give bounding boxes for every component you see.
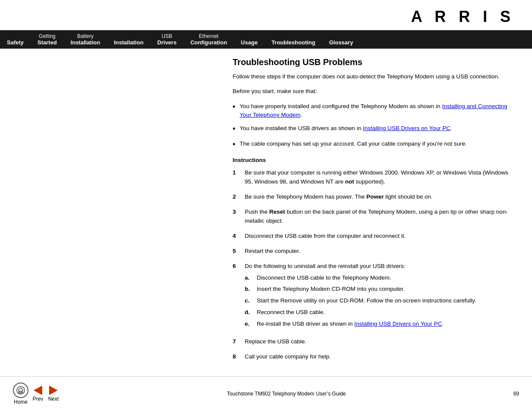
step-7: 7 Replace the USB cable. [233, 337, 515, 346]
nav-usage[interactable]: Usage [234, 31, 264, 48]
sub-step-6a: a. Disconnect the USB cable to the Telep… [245, 274, 476, 283]
bullet-3-text: The cable company has set up your accoun… [240, 140, 467, 149]
next-arrow-icon [49, 386, 58, 395]
home-label: Home [14, 399, 28, 405]
step-2: 2 Be sure the Telephony Modem has power.… [233, 193, 515, 202]
next-group: Next [47, 386, 59, 402]
bullet-list: You have properly installed and configur… [233, 102, 515, 151]
step-2-text: Be sure the Telephony Modem has power. T… [245, 193, 432, 202]
bullet-1-text-before: You have properly installed and configur… [240, 103, 442, 109]
sub-6a-label: a. [245, 274, 257, 283]
sub-6d-label: d. [245, 308, 257, 317]
next-label: Next [48, 396, 59, 402]
home-icon[interactable] [13, 383, 28, 398]
footer: Home Prev Next Touchstone TM602 Telephon… [0, 376, 532, 411]
sub-6c-text: Start the Remove utility on your CD-ROM.… [257, 296, 476, 305]
sub-6e-label: e. [245, 320, 257, 329]
prev-label: Prev [33, 396, 44, 402]
nav-ethernet-config[interactable]: Ethernet Configuration [184, 31, 234, 48]
sub-6b-text: Insert the Telephony Modem CD-ROM into y… [257, 285, 404, 294]
footer-center-text: Touchstone TM602 Telephony Modem User’s … [59, 391, 513, 397]
sub-step-6b: b. Insert the Telephony Modem CD-ROM int… [245, 285, 476, 294]
nav-getting-started[interactable]: Getting Started [31, 31, 64, 48]
instructions-label: Instructions [233, 157, 515, 163]
sub-6a-text: Disconnect the USB cable to the Telephon… [257, 274, 391, 283]
step-3: 3 Push the Reset button on the back pane… [233, 208, 515, 226]
step-6-num: 6 [233, 262, 245, 271]
sub-6b-label: b. [245, 285, 257, 294]
step-5-text: Restart the computer. [245, 247, 300, 256]
step-6-text: Do the following to uninstall and the re… [245, 262, 476, 332]
sub-6d-text: Reconnect the USB cable. [257, 308, 325, 317]
sub-step-6d: d. Reconnect the USB cable. [245, 308, 476, 317]
sub-step-6e: e. Re-install the USB driver as shown in… [245, 320, 476, 329]
step-4-text: Disconnect the USB cable from the comput… [245, 232, 406, 241]
bullet-2-text-before: You have installed the USB drivers as sh… [240, 125, 363, 131]
step-3-num: 3 [233, 208, 245, 217]
before-start-label: Before you start, make sure that: [233, 87, 515, 96]
bullet-item-1: You have properly installed and configur… [233, 102, 515, 120]
logo-text: A R R I S [411, 8, 515, 25]
link-installing-usb-drivers-2[interactable]: Installing USB Drivers on Your PC [355, 321, 442, 327]
step-8-num: 8 [233, 352, 245, 361]
step-7-num: 7 [233, 337, 245, 346]
nav-glossary[interactable]: Glossary [322, 31, 360, 48]
nav-usb-drivers[interactable]: USB Drivers [150, 31, 184, 48]
home-svg [16, 386, 25, 395]
arris-logo: A R R I S [0, 0, 532, 30]
prev-arrow-icon [34, 386, 42, 395]
left-sidebar [0, 57, 215, 385]
prev-group: Prev [32, 386, 44, 402]
step-4: 4 Disconnect the USB cable from the comp… [233, 232, 515, 241]
step-7-text: Replace the USB cable. [245, 337, 306, 346]
footer-page-number: 69 [513, 391, 519, 397]
step-5: 5 Restart the computer. [233, 247, 515, 256]
sub-6e-text: Re-install the USB driver as shown in In… [257, 320, 444, 329]
sub-6c-label: c. [245, 296, 257, 305]
link-installing-usb-drivers[interactable]: Installing USB Drivers on Your PC [363, 125, 450, 131]
navigation-bar: Safety Getting Started Battery Installat… [0, 30, 532, 49]
step-4-num: 4 [233, 232, 245, 241]
nav-usb-installation[interactable]: Installation [107, 31, 150, 48]
footer-nav-icons: Home Prev Next [13, 383, 59, 405]
prev-button[interactable] [32, 386, 44, 395]
main-content: Troubleshooting USB Problems Follow thes… [0, 49, 532, 385]
step-1: 1 Be sure that your computer is running … [233, 168, 515, 187]
next-button[interactable] [47, 386, 59, 395]
step-3-text: Push the Reset button on the back panel … [245, 208, 515, 226]
page-title: Troubleshooting USB Problems [233, 57, 515, 67]
nav-safety[interactable]: Safety [0, 31, 31, 48]
step-2-num: 2 [233, 193, 245, 202]
nav-troubleshooting[interactable]: Troubleshooting [264, 31, 322, 48]
content-area: Troubleshooting USB Problems Follow thes… [215, 57, 532, 385]
sub-step-6c: c. Start the Remove utility on your CD-R… [245, 296, 476, 305]
step-1-text: Be sure that your computer is running ei… [245, 168, 515, 187]
step-5-num: 5 [233, 247, 245, 256]
step-6: 6 Do the following to uninstall and the … [233, 262, 515, 332]
bullet-item-2: You have installed the USB drivers as sh… [233, 124, 515, 135]
numbered-list: 1 Be sure that your computer is running … [233, 168, 515, 361]
intro-text: Follow these steps if the computer does … [233, 72, 515, 81]
bullet-item-3: The cable company has set up your accoun… [233, 140, 515, 151]
home-group: Home [13, 383, 28, 405]
sub-list-6: a. Disconnect the USB cable to the Telep… [245, 274, 476, 329]
step-8: 8 Call your cable company for help. [233, 352, 515, 361]
nav-battery-installation[interactable]: Battery Installation [64, 31, 107, 48]
step-1-num: 1 [233, 168, 245, 177]
step-8-text: Call your cable company for help. [245, 352, 331, 361]
